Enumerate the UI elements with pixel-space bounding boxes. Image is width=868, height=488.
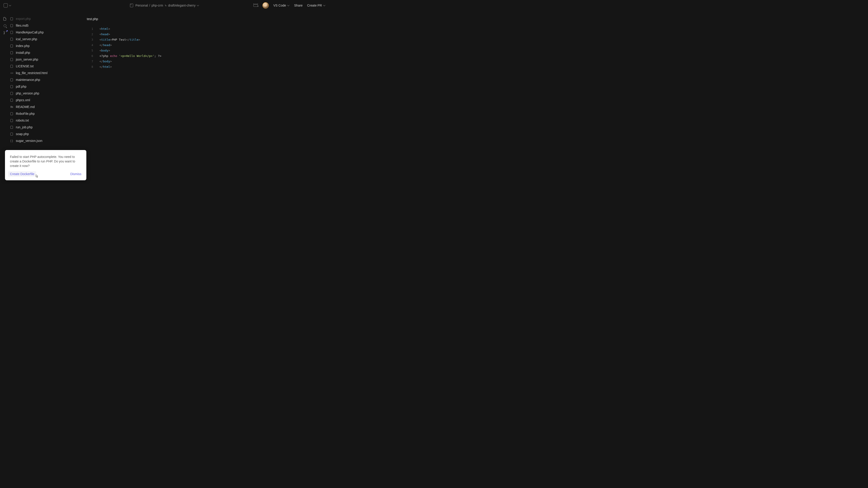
breadcrumb[interactable]: Personal / php-crm ↳ draft/elegant-cherr… — [130, 4, 199, 7]
line-content: <?php echo '<p>Hello World</p>'; ?> — [99, 53, 161, 59]
branch-arrow-icon: ↳ — [164, 4, 167, 7]
app-menu-icon[interactable] — [4, 3, 8, 7]
file-item[interactable]: LICENSE.txt — [10, 63, 81, 70]
top-bar: Personal / php-crm ↳ draft/elegant-cherr… — [0, 0, 329, 11]
notification-message: Failed to start PHP autocomplete. You ne… — [10, 155, 81, 168]
file-item[interactable]: ical_server.php — [10, 36, 81, 42]
chevron-down-icon — [323, 5, 326, 6]
create-pr-label: Create PR — [307, 4, 322, 7]
chevron-down-icon — [287, 5, 289, 6]
file-item[interactable]: install.php — [10, 49, 81, 56]
project-name: php-crm — [151, 4, 163, 7]
file-icon — [10, 92, 13, 95]
file-item[interactable]: pdf.php — [10, 83, 81, 90]
file-item[interactable]: soap.php — [10, 131, 81, 137]
file-icon — [10, 112, 13, 115]
code-area[interactable]: 1<html>2<head>3<title>PHP Test</title>4<… — [87, 26, 329, 70]
share-label: Share — [294, 4, 303, 7]
explorer-icon[interactable] — [3, 17, 7, 21]
project-icon — [130, 4, 133, 7]
line-number: 6 — [87, 53, 93, 59]
search-icon[interactable] — [4, 24, 7, 28]
share-button[interactable]: Share — [294, 4, 303, 7]
notification-popup: Failed to start PHP autocomplete. You ne… — [5, 150, 86, 180]
workspace-name: Personal — [135, 4, 148, 7]
line-number: 7 — [87, 59, 93, 64]
tab-filename[interactable]: test.php — [87, 17, 329, 21]
file-name: ical_server.php — [16, 37, 37, 41]
file-name: json_server.php — [16, 58, 38, 61]
topbar-left — [4, 3, 11, 7]
vscode-button[interactable]: VS Code — [273, 4, 289, 7]
create-pr-button[interactable]: Create PR — [307, 4, 326, 7]
file-item[interactable]: run_job.php — [10, 124, 81, 131]
file-icon — [10, 132, 13, 135]
file-item[interactable]: { }sugar_version.json — [10, 137, 81, 144]
source-control-icon[interactable] — [4, 31, 7, 34]
line-content: <title>PHP Test</title> — [99, 37, 140, 42]
file-icon — [10, 85, 13, 88]
file-icon — [10, 44, 13, 47]
code-line[interactable]: 8</html> — [87, 64, 329, 70]
file-item[interactable]: maintenance.php — [10, 76, 81, 83]
file-item[interactable]: php_version.php — [10, 90, 81, 97]
file-item[interactable]: json_server.php — [10, 56, 81, 63]
code-line[interactable]: 4</head> — [87, 42, 329, 48]
create-dockerfile-button[interactable]: Create Dockerfile — [8, 171, 36, 177]
file-name: maintenance.php — [16, 78, 40, 82]
file-name: soap.php — [16, 132, 29, 136]
file-name: LICENSE.txt — [16, 64, 34, 68]
editor: test.php 1<html>2<head>3<title>PHP Test<… — [81, 11, 329, 184]
file-item[interactable]: robots.txt — [10, 117, 81, 124]
file-name: phpcs.xml — [16, 98, 30, 102]
file-item[interactable]: phpcs.xml — [10, 97, 81, 103]
file-icon — [10, 65, 13, 68]
file-item[interactable]: README.md — [10, 103, 81, 110]
file-icon — [10, 17, 13, 20]
code-line[interactable]: 3<title>PHP Test</title> — [87, 37, 329, 42]
file-icon — [10, 37, 13, 41]
file-name: index.php — [16, 44, 30, 48]
layout-icon[interactable] — [253, 4, 258, 7]
code-line[interactable]: 5<body> — [87, 48, 329, 53]
notification-actions: Create Dockerfile Dismiss — [10, 171, 81, 177]
file-name: README.md — [16, 105, 35, 109]
file-icon — [10, 31, 13, 34]
line-content: </html> — [99, 64, 112, 70]
avatar[interactable] — [262, 2, 269, 8]
file-name: files.md5 — [16, 24, 29, 27]
file-icon — [10, 78, 13, 81]
code-icon: <> — [10, 71, 13, 74]
line-content: </head> — [99, 42, 112, 48]
file-name: HandleAjaxCall.php — [16, 31, 43, 34]
chevron-down-icon[interactable] — [9, 5, 11, 6]
file-icon — [10, 24, 13, 27]
line-number: 3 — [87, 37, 93, 42]
file-item[interactable]: export.php — [10, 15, 81, 22]
line-content: <body> — [99, 48, 110, 53]
file-icon — [10, 58, 13, 61]
file-name: php_version.php — [16, 92, 39, 95]
code-line[interactable]: 7</body> — [87, 59, 329, 64]
chevron-down-icon[interactable] — [197, 5, 199, 6]
line-number: 1 — [87, 26, 93, 32]
file-item[interactable]: index.php — [10, 42, 81, 49]
line-number: 4 — [87, 42, 93, 48]
file-item[interactable]: <>log_file_restricted.html — [10, 70, 81, 76]
file-name: install.php — [16, 51, 30, 55]
code-line[interactable]: 6<?php echo '<p>Hello World</p>'; ?> — [87, 53, 329, 59]
code-line[interactable]: 2<head> — [87, 32, 329, 37]
dismiss-button[interactable]: Dismiss — [70, 172, 81, 176]
file-name: robots.txt — [16, 119, 29, 122]
badge-icon — [6, 30, 8, 31]
file-name: export.php — [16, 17, 31, 21]
file-icon — [10, 51, 13, 54]
code-line[interactable]: 1<html> — [87, 26, 329, 32]
line-content: <html> — [99, 26, 110, 32]
line-content: <head> — [99, 32, 110, 37]
file-name: sugar_version.json — [16, 139, 42, 142]
file-item[interactable]: HandleAjaxCall.php — [10, 29, 81, 36]
file-item[interactable]: RoboFile.php — [10, 110, 81, 117]
vscode-label: VS Code — [273, 4, 286, 7]
file-item[interactable]: files.md5 — [10, 22, 81, 29]
